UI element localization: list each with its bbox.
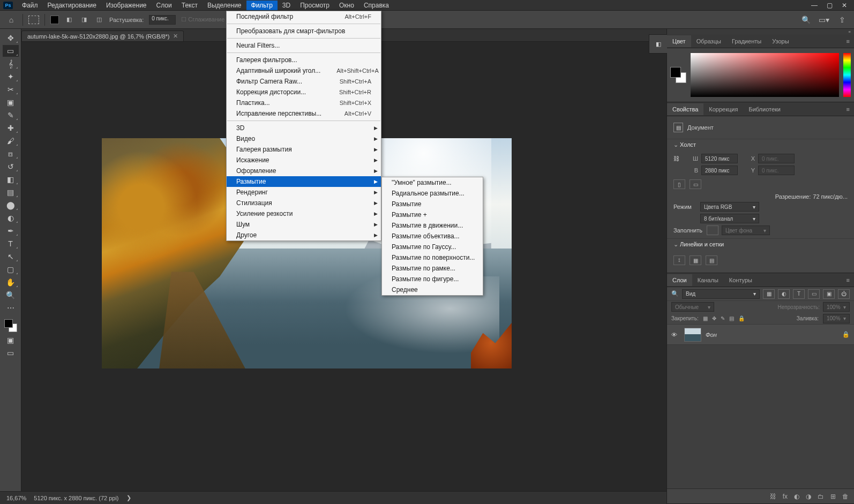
selection-subtract-icon[interactable]: ◨ <box>79 16 89 24</box>
lock-nested-icon[interactable]: ▤ <box>729 315 734 321</box>
workspace-icon[interactable]: ▭▾ <box>818 13 830 26</box>
feather-input[interactable]: 0 пикс. <box>149 15 176 25</box>
blur-submenu-item[interactable]: Размытие объектива... <box>382 231 483 242</box>
orient-landscape-icon[interactable]: ▭ <box>690 179 701 189</box>
filter-menu-item[interactable]: Пластика...Shift+Ctrl+X <box>227 97 381 108</box>
filter-menu-item[interactable]: Адаптивный широкий угол...Alt+Shift+Ctrl… <box>227 65 381 76</box>
share-icon[interactable]: ⇪ <box>836 13 849 26</box>
filter-menu-item[interactable]: Исправление перспективы...Alt+Ctrl+V <box>227 108 381 119</box>
tool-eraser[interactable]: ◧ <box>3 174 19 185</box>
menu-3d[interactable]: 3D <box>278 1 295 10</box>
tool-crop[interactable]: ✂ <box>3 84 19 95</box>
layer-row[interactable]: 👁 Фон 🔒 <box>667 325 854 345</box>
docked-panel-icon[interactable]: ◧ <box>649 34 667 54</box>
screenmode-toggle[interactable]: ▭ <box>3 347 19 359</box>
menu-select[interactable]: Выделение <box>203 1 246 10</box>
tab-patterns[interactable]: Узоры <box>767 35 794 47</box>
filter-menu-item[interactable]: Оформление▶ <box>227 166 381 176</box>
fx-icon[interactable]: fx <box>783 493 788 500</box>
close-tab-icon[interactable]: ✕ <box>173 33 178 40</box>
layer-name[interactable]: Фон <box>706 332 717 338</box>
color-mode-select[interactable]: Цвета RGB▾ <box>700 202 759 212</box>
tool-edit-toolbar[interactable]: ⋯ <box>3 302 19 314</box>
layers-list[interactable]: 👁 Фон 🔒 <box>667 325 854 488</box>
fg-color[interactable] <box>4 319 13 328</box>
filter-pixel-icon[interactable]: ▦ <box>763 289 775 299</box>
tool-eyedropper[interactable]: ✎ <box>3 109 19 121</box>
filter-menu-item[interactable]: Шум▶ <box>227 219 381 230</box>
selection-add-icon[interactable]: ◧ <box>64 16 74 24</box>
tab-properties[interactable]: Свойства <box>667 103 703 115</box>
layer-filter-select[interactable]: Вид▾ <box>682 289 760 299</box>
tool-healing[interactable]: ✚ <box>3 122 19 134</box>
lock-icon[interactable]: 🔒 <box>842 331 850 338</box>
selection-intersect-icon[interactable]: ◫ <box>94 16 104 24</box>
link-layers-icon[interactable]: ⛓ <box>770 493 776 500</box>
filter-menu-item[interactable]: Фильтр Camera Raw...Shift+Ctrl+A <box>227 76 381 87</box>
menu-edit[interactable]: Редактирование <box>43 1 101 10</box>
search-icon[interactable]: 🔍 <box>799 13 812 26</box>
blur-submenu-item[interactable]: Радиальное размытие... <box>382 188 483 199</box>
filter-menu-item[interactable]: Искажение▶ <box>227 155 381 166</box>
menu-file[interactable]: Файл <box>17 1 43 10</box>
section-rulers[interactable]: Линейки и сетки <box>667 238 854 250</box>
delete-layer-icon[interactable]: 🗑 <box>842 493 849 500</box>
panel-menu-icon[interactable]: ≡ <box>842 38 854 44</box>
menu-text[interactable]: Текст <box>177 1 203 10</box>
lock-pixels-icon[interactable]: ▦ <box>703 315 708 321</box>
selection-new-icon[interactable] <box>50 16 59 24</box>
rulers-icon[interactable]: ⟟ <box>673 255 685 265</box>
color-field[interactable] <box>691 53 839 97</box>
section-canvas[interactable]: Холст <box>667 139 854 151</box>
blur-submenu-item[interactable]: Среднее <box>382 284 483 295</box>
width-field[interactable]: 5120 пикс <box>701 154 738 163</box>
new-layer-icon[interactable]: ⊞ <box>830 493 836 500</box>
menu-layers[interactable]: Слои <box>152 1 177 10</box>
panel-menu-icon[interactable]: ≡ <box>842 106 854 112</box>
visibility-icon[interactable]: 👁 <box>671 332 680 338</box>
hue-slider[interactable] <box>843 53 851 97</box>
tool-gradient[interactable]: ▤ <box>3 186 19 198</box>
tab-gradients[interactable]: Градиенты <box>726 35 767 47</box>
tool-zoom[interactable]: 🔍 <box>3 289 19 301</box>
tab-layers[interactable]: Слои <box>667 274 692 286</box>
tool-dodge[interactable]: ◐ <box>3 212 19 224</box>
document-tab[interactable]: autumn-lake-5k-aw-5120x2880.jpg @ 16,7% … <box>21 31 184 41</box>
tool-brush[interactable]: 🖌 <box>3 135 19 147</box>
filter-toggle-icon[interactable]: ⏻ <box>838 289 850 299</box>
tool-shape[interactable]: ▢ <box>3 264 19 275</box>
layer-thumbnail[interactable] <box>684 328 701 342</box>
filter-menu-item[interactable]: Усиление резкости▶ <box>227 208 381 219</box>
adjustment-icon[interactable]: ◑ <box>806 493 811 500</box>
orient-portrait-icon[interactable]: ▯ <box>673 179 685 189</box>
document-dimensions[interactable]: 5120 пикс. x 2880 пикс. (72 ppi) <box>34 495 118 501</box>
tool-hand[interactable]: ✋ <box>3 276 19 288</box>
filter-shape-icon[interactable]: ▭ <box>808 289 820 299</box>
bit-depth-select[interactable]: 8 бит/канал▾ <box>700 214 759 223</box>
fill-opacity-field[interactable]: 100%▾ <box>823 314 850 324</box>
filter-smart-icon[interactable]: ▣ <box>823 289 835 299</box>
tab-color[interactable]: Цвет <box>667 35 691 47</box>
status-chevron-icon[interactable]: ❯ <box>126 494 131 501</box>
tool-move[interactable]: ✥ <box>3 32 19 44</box>
blur-submenu-item[interactable]: Размытие + <box>382 209 483 220</box>
menu-image[interactable]: Изображение <box>101 1 152 10</box>
filter-menu-item[interactable]: Другое▶ <box>227 230 381 240</box>
filter-menu-dropdown[interactable]: Последний фильтрAlt+Ctrl+FПреобразовать … <box>226 11 381 241</box>
close-button[interactable]: ✕ <box>837 0 852 11</box>
blur-submenu-item[interactable]: Размытие по фигуре... <box>382 274 483 284</box>
zoom-level[interactable]: 16,67% <box>6 495 26 501</box>
filter-menu-item[interactable]: Размытие▶ <box>227 176 381 187</box>
tool-stamp[interactable]: ⧈ <box>3 148 19 160</box>
antialias-checkbox[interactable]: ☐ Сглаживание <box>181 16 224 23</box>
blur-submenu-dropdown[interactable]: "Умное" размытие...Радиальное размытие..… <box>381 177 483 296</box>
tool-path-select[interactable]: ↖ <box>3 251 19 262</box>
filter-menu-item[interactable]: Рендеринг▶ <box>227 187 381 198</box>
filter-menu-item[interactable]: Галерея фильтров... <box>227 55 381 65</box>
tool-frame[interactable]: ▣ <box>3 96 19 108</box>
menu-window[interactable]: Окно <box>334 1 359 10</box>
tab-paths[interactable]: Контуры <box>724 274 758 286</box>
fill-select[interactable]: Цвет фона▾ <box>722 225 770 235</box>
menu-filter[interactable]: Фильтр <box>246 1 278 10</box>
filter-menu-item[interactable]: Галерея размытия▶ <box>227 144 381 155</box>
